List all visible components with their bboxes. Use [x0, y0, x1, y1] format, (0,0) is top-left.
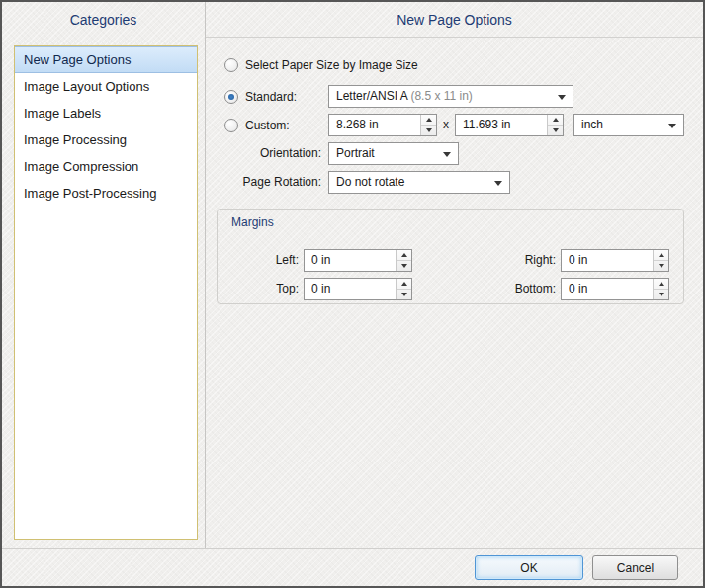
sidebar-item-new-page-options[interactable]: New Page Options	[15, 46, 197, 73]
unit-value: inch	[581, 118, 603, 131]
left-margin-value[interactable]: 0 in	[311, 250, 394, 271]
chevron-down-icon[interactable]	[668, 124, 676, 128]
spin-up-icon[interactable]	[654, 279, 668, 290]
bottom-margin-value[interactable]: 0 in	[569, 279, 651, 299]
custom-height-spinner[interactable]: 11.693 in	[455, 114, 564, 136]
standard-size-option[interactable]: Standard:	[224, 89, 297, 105]
spinner-buttons	[653, 279, 668, 299]
page-rotation-value: Do not rotate	[336, 175, 404, 189]
spin-down-icon[interactable]	[397, 261, 411, 272]
page-title: New Page Options	[206, 2, 703, 38]
ok-button[interactable]: OK	[475, 555, 583, 580]
unit-select[interactable]: inch	[573, 114, 684, 136]
spin-up-icon[interactable]	[548, 115, 563, 126]
radio-unchecked-icon[interactable]	[224, 58, 238, 72]
spinner-buttons	[396, 279, 411, 299]
standard-size-detail: (8.5 x 11 in)	[410, 89, 472, 103]
top-margin-spinner[interactable]: 0 in	[304, 278, 412, 300]
spin-up-icon[interactable]	[654, 250, 668, 261]
main-panel: New Page Options Select Paper Size by Im…	[206, 2, 703, 548]
margins-title: Margins	[231, 215, 274, 229]
custom-height-value[interactable]: 11.693 in	[463, 115, 545, 135]
orientation-select[interactable]: Portrait	[328, 142, 459, 165]
left-margin-spinner[interactable]: 0 in	[304, 249, 412, 272]
top-margin-value[interactable]: 0 in	[311, 279, 394, 299]
custom-label: Custom:	[245, 119, 290, 132]
spin-down-icon[interactable]	[548, 126, 563, 136]
categories-title: Categories	[2, 2, 205, 38]
bottom-margin-label: Bottom:	[481, 278, 556, 300]
chevron-down-icon[interactable]	[494, 181, 502, 186]
radio-unchecked-icon[interactable]	[224, 119, 238, 132]
sidebar-item-image-layout-options[interactable]: Image Layout Options	[15, 73, 197, 100]
right-margin-spinner[interactable]: 0 in	[561, 249, 669, 272]
page-rotation-select[interactable]: Do not rotate	[328, 171, 510, 194]
paper-size-by-image-label: Select Paper Size by Image Size	[245, 58, 418, 72]
spinner-buttons	[420, 115, 436, 135]
spin-down-icon[interactable]	[654, 261, 668, 272]
main-content: Select Paper Size by Image Size Standard…	[206, 39, 703, 548]
new-page-options-dialog: Categories New Page Options Image Layout…	[0, 0, 705, 588]
spinner-buttons	[653, 250, 668, 271]
right-margin-value[interactable]: 0 in	[569, 250, 651, 271]
spin-up-icon[interactable]	[397, 279, 411, 290]
standard-size-select[interactable]: Letter/ANSI A (8.5 x 11 in)	[328, 85, 573, 108]
orientation-label: Orientation:	[206, 142, 321, 165]
dimension-separator: x	[439, 114, 453, 136]
standard-label: Standard:	[245, 90, 297, 104]
top-margin-label: Top:	[223, 278, 299, 300]
chevron-down-icon[interactable]	[558, 95, 566, 100]
custom-width-spinner[interactable]: 8.268 in	[328, 114, 437, 136]
spin-down-icon[interactable]	[397, 290, 411, 300]
bottom-margin-spinner[interactable]: 0 in	[561, 278, 669, 300]
custom-size-option[interactable]: Custom:	[224, 118, 290, 133]
cancel-button[interactable]: Cancel	[592, 555, 678, 580]
page-rotation-label: Page Rotation:	[206, 171, 321, 194]
chevron-down-icon[interactable]	[443, 152, 451, 157]
spin-up-icon[interactable]	[397, 250, 411, 261]
radio-checked-icon[interactable]	[224, 90, 238, 104]
left-margin-label: Left:	[223, 249, 299, 272]
standard-size-value: Letter/ANSI A	[336, 89, 407, 103]
spin-down-icon[interactable]	[654, 290, 668, 300]
spinner-buttons	[547, 115, 563, 135]
orientation-value: Portrait	[336, 146, 375, 160]
paper-size-by-image-option[interactable]: Select Paper Size by Image Size	[224, 57, 418, 73]
sidebar-item-image-post-processing[interactable]: Image Post-Processing	[15, 180, 197, 207]
sidebar-item-image-labels[interactable]: Image Labels	[15, 100, 197, 126]
custom-width-value[interactable]: 8.268 in	[336, 115, 418, 135]
spin-up-icon[interactable]	[421, 115, 436, 126]
spin-down-icon[interactable]	[421, 126, 436, 136]
sidebar-item-image-compression[interactable]: Image Compression	[15, 153, 197, 180]
dialog-footer: OK Cancel	[2, 548, 703, 586]
sidebar-item-image-processing[interactable]: Image Processing	[15, 126, 197, 153]
right-margin-label: Right:	[481, 249, 556, 272]
spinner-buttons	[396, 250, 411, 271]
margins-group: Margins Left: 0 in Right: 0 in	[217, 209, 684, 304]
categories-panel: Categories New Page Options Image Layout…	[2, 2, 206, 548]
categories-list: New Page Options Image Layout Options Im…	[14, 45, 198, 540]
